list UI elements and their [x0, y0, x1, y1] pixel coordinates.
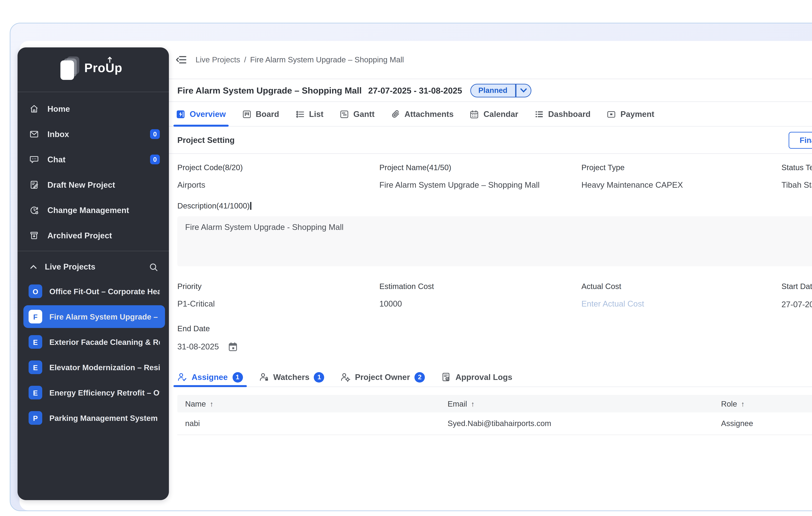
sidebar-item-label: Inbox: [48, 129, 69, 139]
description-textarea[interactable]: Fire Alarm System Upgrade - Shopping Mal…: [177, 216, 812, 266]
chat-icon: [29, 155, 39, 164]
paperclip-icon: [391, 110, 400, 119]
sidebar-item-chat[interactable]: Chat 0: [18, 147, 169, 172]
status-value: Planned: [471, 84, 515, 96]
field-label: Description(41/1000): [177, 201, 250, 210]
status-dropdown[interactable]: Planned: [471, 84, 531, 97]
final-update-button[interactable]: Final Update: [789, 131, 812, 148]
sidebar-item-home[interactable]: Home: [18, 96, 169, 121]
project-initial-badge: P: [29, 411, 42, 425]
main-area: Live Projects / Fire Alarm System Upgrad…: [168, 41, 812, 511]
sidebar-project-elevator-modernization[interactable]: E Elevator Modernization – Reside...: [18, 355, 169, 380]
field-label: Project Type: [581, 163, 781, 172]
actual-cost-input[interactable]: Enter Actual Cost: [581, 299, 781, 308]
project-type-select[interactable]: Heavy Maintenance CAPEX: [581, 181, 781, 190]
estimation-cost-input[interactable]: 10000: [379, 299, 581, 308]
field-label: Actual Cost: [581, 282, 781, 291]
tab-label: Gantt: [353, 110, 375, 119]
sort-asc-icon: ↑: [741, 400, 745, 407]
column-header-role[interactable]: Role ↑: [713, 399, 812, 408]
description-label-row: Description(41/1000): [177, 201, 812, 210]
sidebar-collapse-icon[interactable]: [175, 53, 188, 66]
breadcrumb: Live Projects / Fire Alarm System Upgrad…: [196, 55, 404, 64]
sidebar-item-label: Change Management: [48, 206, 129, 215]
tab-label: Dashboard: [548, 110, 590, 119]
column-header-email[interactable]: Email ↑: [440, 399, 713, 408]
status-template-select[interactable]: Tibah Stage: [781, 181, 812, 190]
breadcrumb-current: Fire Alarm System Upgrade – Shopping Mal…: [250, 55, 404, 64]
field-label: Estimation Cost: [379, 282, 581, 291]
project-label: Office Fit-Out – Corporate Head...: [49, 287, 160, 296]
chevron-up-icon: [30, 264, 37, 270]
search-icon[interactable]: [149, 262, 158, 272]
project-label: Exterior Facade Cleaning & Repa...: [49, 337, 160, 346]
text-cursor: [251, 202, 251, 210]
tab-assignee[interactable]: Assignee 1: [177, 368, 243, 387]
tab-project-owner[interactable]: Project Owner 2: [341, 368, 425, 387]
chat-count-badge: 0: [150, 155, 160, 164]
table-header: Name ↑ Email ↑ Role ↑: [177, 395, 812, 413]
sidebar-project-exterior-facade[interactable]: E Exterior Facade Cleaning & Repa...: [18, 329, 169, 355]
sidebar: ProUp Home Inbox: [18, 48, 169, 500]
priority-select[interactable]: P1-Critical: [177, 299, 379, 308]
sidebar-project-energy-efficiency[interactable]: E Energy Efficiency Retrofit – Offic...: [18, 380, 169, 405]
sidebar-project-fire-alarm[interactable]: F Fire Alarm System Upgrade – Sh...: [18, 304, 169, 329]
sidebar-item-change-management[interactable]: Change Management: [18, 198, 169, 223]
app-logo[interactable]: ProUp: [18, 48, 169, 89]
project-initial-badge: F: [29, 310, 42, 324]
sidebar-item-label: Draft New Project: [48, 180, 115, 189]
dashboard-icon: [534, 110, 544, 119]
tab-watchers[interactable]: Watchers 1: [259, 368, 324, 387]
mail-icon: [29, 129, 39, 139]
calendar-picker-icon[interactable]: [228, 342, 238, 352]
count-badge: 2: [415, 372, 425, 382]
tab-calendar[interactable]: Calendar: [470, 102, 518, 126]
tab-board[interactable]: Board: [242, 102, 279, 126]
cell-email: Syed.Nabi@tibahairports.com: [440, 419, 713, 428]
draft-icon: [29, 180, 39, 190]
payment-icon: [607, 110, 616, 119]
project-tabs: Overview Board: [168, 102, 812, 127]
live-projects-label: Live Projects: [45, 263, 95, 271]
tab-label: Assignee: [192, 372, 228, 382]
change-management-icon: [29, 205, 39, 215]
field-project-code: Project Code(8/20) Airports: [177, 163, 379, 190]
project-code-input[interactable]: Airports: [177, 181, 379, 190]
live-projects-section[interactable]: Live Projects: [18, 255, 169, 279]
document-check-icon: [441, 372, 451, 382]
description-text: Fire Alarm System Upgrade - Shopping Mal…: [185, 223, 344, 232]
overview-icon: [176, 110, 185, 119]
field-label: End Date: [177, 324, 812, 333]
project-name-input[interactable]: Fire Alarm System Upgrade – Shopping Mal…: [379, 181, 581, 190]
sidebar-item-draft-new-project[interactable]: Draft New Project: [18, 172, 169, 198]
tab-gantt[interactable]: Gantt: [340, 102, 375, 126]
tab-payment[interactable]: Payment: [607, 102, 654, 126]
tab-overview[interactable]: Overview: [176, 102, 226, 126]
board-icon: [242, 110, 251, 119]
breadcrumb-live-projects[interactable]: Live Projects: [196, 55, 240, 64]
start-date-input[interactable]: 27-07-2025: [781, 300, 812, 309]
chevron-down-icon: [520, 88, 526, 93]
people-tabs: Assignee 1 Watchers 1: [177, 368, 812, 387]
sidebar-item-archived-project[interactable]: Archived Project: [18, 223, 169, 248]
field-project-name: Project Name(41/50) Fire Alarm System Up…: [379, 163, 581, 190]
app-name: ProUp: [84, 61, 122, 75]
end-date-input[interactable]: 31-08-2025: [177, 342, 219, 352]
sidebar-project-parking-management[interactable]: P Parking Management System In...: [18, 405, 169, 431]
sidebar-item-label: Archived Project: [48, 231, 112, 240]
tab-list[interactable]: List: [295, 102, 323, 126]
field-end-date: End Date 31-08-2025: [177, 324, 812, 352]
tab-attachments[interactable]: Attachments: [391, 102, 454, 126]
tab-dashboard[interactable]: Dashboard: [534, 102, 590, 126]
sidebar-item-inbox[interactable]: Inbox 0: [18, 121, 169, 147]
tab-label: Calendar: [484, 110, 518, 119]
tab-approval-logs[interactable]: Approval Logs: [441, 368, 512, 387]
tab-label: Board: [256, 110, 279, 119]
tab-label: Watchers: [273, 372, 309, 382]
project-initial-badge: E: [29, 386, 42, 399]
sidebar-project-office-fit-out[interactable]: O Office Fit-Out – Corporate Head...: [18, 279, 169, 304]
column-header-name[interactable]: Name ↑: [177, 399, 440, 408]
breadcrumb-separator: /: [244, 55, 246, 64]
sort-asc-icon: ↑: [471, 400, 474, 407]
tab-label: Attachments: [404, 110, 454, 119]
